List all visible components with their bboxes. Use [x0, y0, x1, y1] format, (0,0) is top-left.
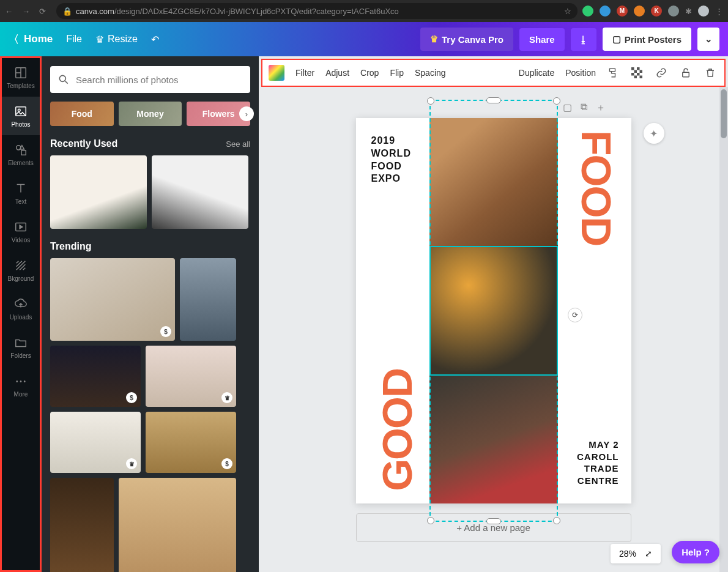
resize-handle-n[interactable] [486, 97, 501, 103]
add-page-icon[interactable]: ＋ [596, 102, 606, 114]
selection-bounding-box[interactable] [429, 100, 558, 522]
chevron-down-icon: ⌄ [705, 34, 713, 45]
crown-icon: ♛ [95, 34, 104, 45]
recent-photo-thumb[interactable] [50, 155, 147, 229]
price-badge-icon: $ [126, 392, 137, 403]
svg-rect-19 [683, 72, 689, 77]
page-tools: ▢ ⧉ ＋ [563, 102, 606, 114]
trending-photo-thumb[interactable]: $ [146, 412, 236, 473]
chips-next-icon[interactable]: › [239, 106, 254, 121]
chip-food[interactable]: Food [50, 102, 114, 126]
sidebar-item-templates[interactable]: Templates [2, 58, 40, 97]
home-link[interactable]: 〈 Home [9, 32, 53, 46]
poster-word-food[interactable]: FOOD [573, 130, 620, 245]
poster-footer-text[interactable]: MAY 2 CAROLL TRADE CENTRE [577, 439, 619, 486]
filter-button[interactable]: Filter [295, 68, 314, 78]
crop-button[interactable]: Crop [360, 68, 379, 78]
flip-button[interactable]: Flip [390, 68, 404, 78]
svg-rect-11 [631, 67, 634, 70]
resize-handle-ne[interactable] [553, 97, 560, 105]
zoom-value: 28% [619, 549, 636, 559]
lock-icon[interactable] [680, 67, 694, 78]
copy-style-icon[interactable] [607, 67, 620, 78]
link-icon[interactable] [656, 67, 669, 78]
sidebar-item-uploads[interactable]: Uploads [2, 289, 40, 328]
sidebar-item-text[interactable]: Text [2, 174, 40, 212]
url-bar[interactable]: 🔒 canva.com/design/DADxE4ZGC8E/k7OJvl-jB… [56, 3, 578, 19]
notes-icon[interactable]: ▢ [563, 102, 572, 114]
svg-rect-10 [610, 69, 615, 72]
trending-photo-thumb[interactable] [180, 258, 236, 341]
context-toolbar: Filter Adjust Crop Flip Spacing Duplicat… [261, 59, 726, 87]
sidebar-item-photos[interactable]: Photos [2, 97, 40, 135]
folders-icon [13, 335, 28, 350]
poster-title-text[interactable]: 2019 WORLD FOOD EXPO [371, 135, 411, 185]
download-button[interactable]: ⭳ [571, 28, 596, 51]
chip-money[interactable]: Money [119, 102, 182, 126]
position-button[interactable]: Position [565, 68, 596, 78]
crown-badge-icon: ♛ [221, 392, 232, 403]
undo-icon[interactable]: ↶ [151, 34, 159, 45]
left-sidebar: Templates Photos Elements Text Videos Bk… [0, 56, 42, 572]
sidebar-item-more[interactable]: • • • More [2, 366, 40, 405]
transparency-icon[interactable] [631, 67, 645, 78]
elements-icon [13, 143, 28, 157]
search-input[interactable] [76, 75, 243, 85]
trending-photo-thumb[interactable] [50, 478, 114, 572]
browser-extensions: M K ✱ ⋮ [582, 6, 723, 17]
resize-handle-se[interactable] [553, 517, 560, 524]
trending-photo-thumb[interactable] [119, 478, 236, 572]
bkground-icon [13, 258, 28, 273]
svg-rect-17 [634, 76, 637, 79]
app-topbar: 〈 Home File ♛ Resize ↶ ♛ Try Canva Pro S… [0, 22, 728, 56]
recent-photo-thumb[interactable] [152, 155, 248, 229]
trending-photo-thumb[interactable]: $ [50, 346, 141, 407]
svg-line-9 [65, 81, 68, 84]
fullscreen-icon[interactable]: ⤢ [645, 549, 652, 559]
trending-photo-thumb[interactable]: ♛ [146, 346, 236, 407]
sidebar-item-elements[interactable]: Elements [2, 135, 40, 174]
vertical-scrollbar[interactable] [719, 87, 728, 572]
try-pro-button[interactable]: ♛ Try Canva Pro [420, 28, 513, 51]
rotate-handle-icon[interactable]: ⟳ [568, 308, 582, 322]
print-dropdown[interactable]: ⌄ [697, 28, 719, 51]
forward-icon[interactable]: → [22, 7, 34, 16]
see-all-link[interactable]: See all [226, 139, 250, 149]
resize-menu[interactable]: ♛ Resize [95, 34, 138, 45]
svg-point-4 [18, 109, 20, 111]
spacing-button[interactable]: Spacing [415, 68, 446, 78]
delete-icon[interactable] [705, 67, 718, 78]
poster-icon: ▢ [612, 34, 621, 45]
sidebar-item-folders[interactable]: Folders [2, 328, 40, 366]
reload-icon[interactable]: ⟳ [39, 7, 51, 16]
duplicate-page-icon[interactable]: ⧉ [581, 102, 587, 114]
adjust-button[interactable]: Adjust [325, 68, 349, 78]
crown-badge-icon: ♛ [126, 458, 137, 469]
resize-handle-s[interactable] [486, 518, 501, 524]
file-menu[interactable]: File [66, 34, 82, 45]
star-icon[interactable]: ☆ [564, 7, 571, 16]
more-icon: • • • [13, 374, 28, 388]
svg-rect-12 [637, 67, 640, 70]
color-swatch[interactable] [269, 65, 284, 81]
duplicate-button[interactable]: Duplicate [519, 68, 554, 78]
templates-icon [13, 65, 28, 80]
magic-resize-icon[interactable]: ✦ [644, 123, 664, 144]
uploads-icon [13, 297, 28, 311]
trending-photo-thumb[interactable]: $ [50, 258, 175, 341]
resize-handle-sw[interactable] [427, 517, 434, 524]
search-box[interactable] [50, 66, 250, 93]
share-button[interactable]: Share [519, 28, 565, 51]
sidebar-item-videos[interactable]: Videos [2, 212, 40, 251]
svg-rect-18 [640, 76, 643, 79]
back-icon[interactable]: ← [5, 7, 17, 16]
sidebar-item-bkground[interactable]: Bkground [2, 251, 40, 289]
print-button[interactable]: ▢ Print Posters [603, 28, 691, 51]
price-badge-icon: $ [221, 458, 232, 469]
help-button[interactable]: Help ? [672, 541, 719, 563]
resize-handle-nw[interactable] [427, 97, 434, 105]
zoom-control[interactable]: 28% ⤢ [611, 544, 661, 563]
chevron-left-icon: 〈 [9, 32, 19, 46]
trending-photo-thumb[interactable]: ♛ [50, 412, 141, 473]
poster-word-good[interactable]: GOOD [373, 369, 421, 491]
